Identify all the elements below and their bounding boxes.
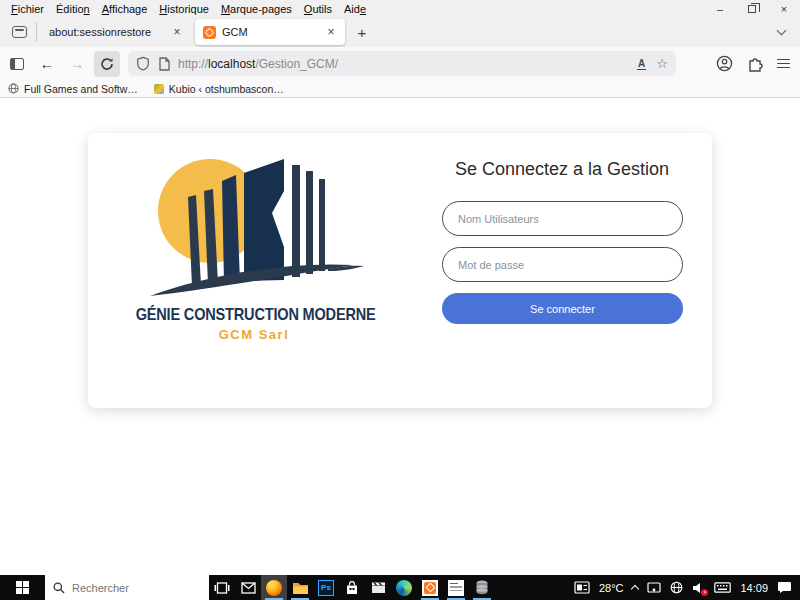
menu-label: F — [11, 3, 18, 15]
menu-label: utils — [312, 3, 332, 15]
close-button[interactable]: × — [768, 0, 800, 17]
task-view-button[interactable] — [209, 575, 235, 600]
action-center-icon[interactable] — [777, 581, 792, 594]
sidebar-button[interactable] — [4, 51, 30, 77]
menu-label: ffichage — [109, 3, 147, 15]
menu-label: istorique — [167, 3, 209, 15]
sidebar-icon — [10, 58, 24, 70]
tab-sessionrestore[interactable]: about:sessionrestore × — [39, 19, 191, 45]
page-info-icon — [158, 57, 170, 71]
menu-marque-pages[interactable]: Marque-pages — [215, 2, 298, 16]
restore-button[interactable] — [736, 0, 768, 17]
buildings-sun-logo-icon — [132, 149, 376, 299]
clock[interactable]: 14:09 — [740, 582, 768, 594]
system-tray: 28°C × — [574, 575, 800, 600]
address-bar[interactable]: http://localhost/Gestion_GCM/ A ☆ — [128, 51, 676, 76]
menu-label: n — [84, 3, 90, 15]
bookmark-full-games[interactable]: Full Games and Softw… — [8, 83, 138, 95]
menu-label: arque-pages — [230, 3, 292, 15]
file-explorer-button[interactable] — [287, 575, 313, 600]
tab-gcm-active[interactable]: GCM × — [195, 19, 345, 45]
network-globe-icon[interactable] — [670, 581, 683, 594]
database-icon — [475, 580, 489, 595]
browser-menu-bar: Fichier Édition Affichage Historique Mar… — [0, 0, 800, 17]
menu-edition[interactable]: Édition — [50, 2, 96, 16]
desktop-screen: Fichier Édition Affichage Historique Mar… — [0, 0, 800, 600]
temperature-readout[interactable]: 28°C — [599, 582, 624, 594]
edge-button[interactable] — [391, 575, 417, 600]
text-editor-icon — [448, 580, 464, 596]
start-button[interactable] — [0, 575, 45, 600]
password-input[interactable] — [442, 247, 683, 282]
xampp-icon — [422, 580, 438, 596]
reload-icon — [100, 57, 114, 71]
menu-aide[interactable]: Aide — [338, 2, 372, 16]
bookmark-label: Full Games and Softw… — [24, 83, 138, 95]
text-editor-button[interactable] — [443, 575, 469, 600]
close-tab-icon[interactable]: × — [323, 24, 339, 40]
minimize-button[interactable]: – — [704, 0, 736, 17]
forward-button[interactable]: → — [64, 51, 90, 77]
menu-affichage[interactable]: Affichage — [96, 2, 154, 16]
touch-keyboard-icon[interactable] — [714, 582, 731, 593]
bookmark-star-icon[interactable]: ☆ — [656, 56, 668, 71]
video-editor-button[interactable] — [365, 575, 391, 600]
kubio-icon — [154, 84, 164, 94]
navigation-toolbar: ← → http://localhost/Gestion_GCM/ A ☆ — [0, 47, 800, 80]
task-view-icon — [214, 581, 230, 595]
windows-taskbar: Ps — [0, 575, 800, 600]
app-menu-icon[interactable] — [777, 59, 790, 69]
show-hidden-icons-icon[interactable] — [631, 585, 639, 593]
clapperboard-icon — [371, 581, 386, 594]
login-card: GÉNIE CONSTRUCTION MODERNE GCM Sarl Se C… — [88, 133, 712, 408]
toolbar-right-icons — [716, 55, 790, 72]
menu-fichier[interactable]: Fichier — [5, 2, 50, 16]
firefox-view-button[interactable] — [4, 20, 34, 44]
logo-text-line1: GÉNIE CONSTRUCTION MODERNE — [136, 304, 373, 323]
firefox-view-icon — [12, 26, 27, 38]
close-tab-icon[interactable]: × — [169, 24, 185, 40]
taskbar-search[interactable] — [45, 575, 209, 600]
list-all-tabs-button[interactable] — [770, 22, 792, 42]
restore-icon — [748, 5, 756, 13]
bookmarks-toolbar: Full Games and Softw… Kubio ‹ otshumbasc… — [0, 80, 800, 98]
logo-text-line2: GCM Sarl — [132, 327, 376, 342]
search-icon — [53, 582, 65, 594]
window-controls: – × — [704, 0, 800, 17]
store-button[interactable] — [339, 575, 365, 600]
urlbar-action-icons: A ☆ — [637, 56, 668, 71]
account-icon[interactable] — [716, 55, 733, 72]
firefox-taskbar-button[interactable] — [261, 575, 287, 600]
menu-historique[interactable]: Historique — [153, 2, 215, 16]
translate-icon[interactable]: A — [637, 58, 646, 70]
database-button[interactable] — [469, 575, 495, 600]
mail-button[interactable] — [235, 575, 261, 600]
mail-icon — [241, 582, 256, 594]
url-path: /Gestion_GCM/ — [255, 57, 338, 71]
url-scheme: http:// — [178, 57, 208, 71]
edge-icon — [396, 580, 412, 596]
tab-title: about:sessionrestore — [49, 26, 169, 38]
extensions-icon[interactable] — [747, 56, 763, 72]
back-button[interactable]: ← — [34, 51, 60, 77]
store-bag-icon — [345, 581, 359, 595]
volume-muted-icon[interactable]: × — [692, 582, 705, 594]
folder-icon — [292, 581, 309, 595]
url-display[interactable]: http://localhost/Gestion_GCM/ — [178, 57, 637, 71]
cast-display-icon[interactable] — [647, 582, 661, 594]
chevron-down-icon — [776, 26, 786, 36]
xampp-button[interactable] — [417, 575, 443, 600]
username-input[interactable] — [442, 201, 683, 236]
tab-title: GCM — [222, 26, 323, 38]
news-widget-icon[interactable] — [574, 581, 590, 594]
menu-outils[interactable]: Outils — [298, 2, 338, 16]
photoshop-button[interactable]: Ps — [313, 575, 339, 600]
new-tab-button[interactable]: + — [349, 20, 375, 44]
shield-icon — [136, 56, 150, 71]
login-button[interactable]: Se connecter — [442, 293, 683, 324]
search-input[interactable] — [72, 582, 182, 594]
bookmark-kubio[interactable]: Kubio ‹ otshumbascon… — [154, 83, 284, 95]
tab-bar: about:sessionrestore × GCM × + — [0, 17, 800, 47]
reload-button[interactable] — [94, 51, 120, 77]
company-logo: GÉNIE CONSTRUCTION MODERNE GCM Sarl — [132, 149, 376, 342]
